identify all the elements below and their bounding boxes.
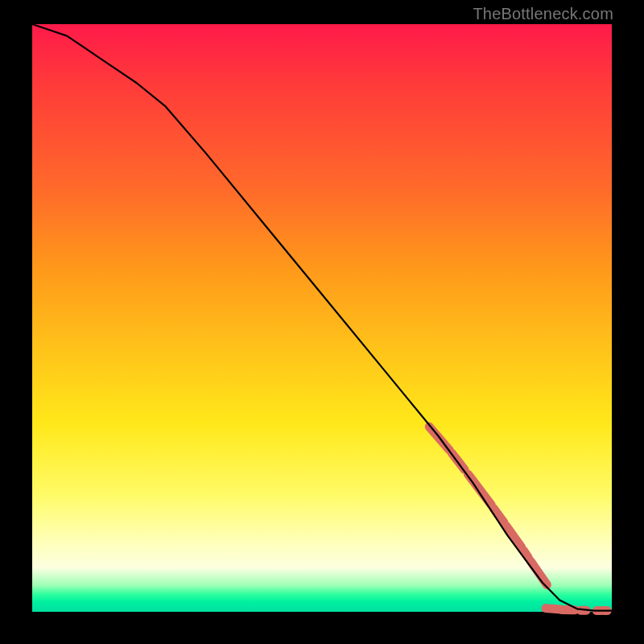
- chart-stage: TheBottleneck.com: [0, 0, 644, 644]
- marker-pill: [468, 474, 491, 505]
- marker-pill: [530, 561, 547, 584]
- marker-layer: [429, 427, 607, 610]
- marker-pill: [524, 551, 529, 558]
- watermark-text: TheBottleneck.com: [473, 5, 613, 23]
- plot-area: [32, 24, 612, 612]
- chart-svg: [32, 24, 612, 612]
- curve-line: [32, 24, 612, 611]
